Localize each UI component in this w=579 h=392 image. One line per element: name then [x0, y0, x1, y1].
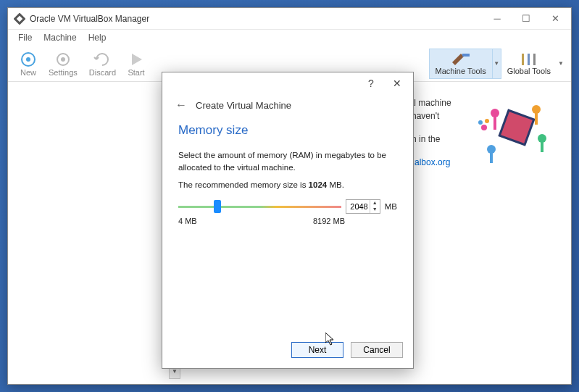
- svg-point-12: [491, 109, 499, 117]
- dialog-help-button[interactable]: ?: [358, 74, 384, 93]
- memory-input[interactable]: [346, 202, 370, 211]
- titlebar: Oracle VM VirtualBox Manager ─ ☐ ✕: [8, 8, 571, 30]
- reco-prefix: The recommended memory size is: [178, 180, 309, 189]
- dialog-close-button[interactable]: ✕: [384, 74, 410, 93]
- start-icon: [128, 51, 145, 68]
- settings-label: Settings: [49, 68, 78, 77]
- start-label: Start: [128, 68, 144, 77]
- svg-point-3: [26, 57, 30, 62]
- slider-range-labels: 4 MB 8192 MB: [178, 217, 397, 225]
- machine-tools-button[interactable]: Machine Tools ▼: [429, 49, 501, 79]
- machine-tools-icon: [451, 52, 471, 67]
- memory-recommendation: The recommended memory size is 1024 MB.: [178, 180, 397, 189]
- dialog-titlebar: ? ✕: [162, 72, 413, 94]
- memory-description: Select the amount of memory (RAM) in meg…: [178, 149, 397, 173]
- memory-unit: MB: [385, 202, 397, 211]
- cancel-button[interactable]: Cancel: [351, 342, 403, 358]
- dialog-title: Create Virtual Machine: [196, 100, 291, 111]
- mascot-image: [470, 88, 557, 175]
- global-tools-icon: [519, 52, 539, 67]
- app-icon: [14, 13, 25, 25]
- svg-rect-13: [493, 117, 496, 130]
- menubar: File Machine Help: [8, 30, 571, 46]
- gear-icon: [54, 51, 72, 68]
- machine-tools-dropdown[interactable]: ▼: [493, 49, 501, 79]
- svg-point-18: [487, 145, 496, 154]
- spin-down-icon[interactable]: ▼: [370, 207, 380, 213]
- discard-label: Discard: [89, 68, 116, 77]
- new-label: New: [20, 68, 36, 77]
- slider-handle[interactable]: [214, 200, 221, 213]
- menu-help[interactable]: Help: [83, 31, 112, 44]
- create-vm-dialog: ? ✕ ← Create Virtual Machine Memory size…: [162, 72, 414, 369]
- svg-point-21: [478, 120, 483, 125]
- machine-tools-label: Machine Tools: [436, 67, 486, 75]
- menu-file[interactable]: File: [12, 31, 38, 44]
- memory-slider-row: ▲▼ MB: [178, 199, 397, 214]
- svg-point-5: [61, 57, 65, 62]
- svg-point-16: [538, 134, 546, 143]
- svg-rect-7: [522, 54, 524, 65]
- back-icon[interactable]: ←: [175, 99, 187, 112]
- window-controls: ─ ☐ ✕: [483, 9, 570, 29]
- new-vm-button[interactable]: New: [14, 49, 43, 78]
- svg-rect-9: [533, 54, 536, 65]
- close-button[interactable]: ✕: [541, 9, 570, 29]
- memory-slider[interactable]: [178, 200, 341, 213]
- svg-rect-17: [541, 142, 543, 152]
- svg-rect-6: [462, 54, 470, 57]
- minimize-button[interactable]: ─: [483, 9, 512, 29]
- reco-value: 1024: [309, 180, 328, 189]
- window-title: Oracle VM VirtualBox Manager: [30, 14, 483, 24]
- svg-rect-19: [490, 153, 493, 163]
- discard-icon: [93, 51, 111, 68]
- new-icon: [20, 51, 37, 68]
- global-tools-button[interactable]: Global Tools ▼: [501, 49, 565, 78]
- global-tools-dropdown[interactable]: ▼: [557, 49, 565, 78]
- start-button[interactable]: Start: [122, 49, 151, 78]
- dialog-footer: Next Cancel: [162, 335, 413, 368]
- svg-point-20: [481, 125, 487, 130]
- section-title: Memory size: [178, 123, 397, 138]
- memory-spinbox[interactable]: ▲▼: [346, 199, 380, 214]
- spin-arrows[interactable]: ▲▼: [370, 200, 380, 213]
- svg-point-22: [485, 119, 489, 123]
- maximize-button[interactable]: ☐: [512, 9, 541, 29]
- dialog-header: ← Create Virtual Machine: [162, 94, 413, 119]
- menu-machine[interactable]: Machine: [38, 31, 82, 44]
- spin-up-icon[interactable]: ▲: [370, 200, 380, 207]
- global-tools-label: Global Tools: [507, 67, 551, 75]
- svg-rect-15: [535, 113, 538, 125]
- reco-suffix: MB.: [327, 180, 344, 189]
- next-button[interactable]: Next: [291, 342, 343, 358]
- dialog-body: Memory size Select the amount of memory …: [162, 119, 413, 335]
- svg-point-14: [532, 105, 541, 114]
- settings-button[interactable]: Settings: [43, 49, 83, 78]
- discard-button[interactable]: Discard: [83, 49, 122, 78]
- slider-min-label: 4 MB: [178, 217, 197, 225]
- svg-rect-8: [528, 54, 530, 65]
- slider-max-label: 8192 MB: [313, 217, 345, 225]
